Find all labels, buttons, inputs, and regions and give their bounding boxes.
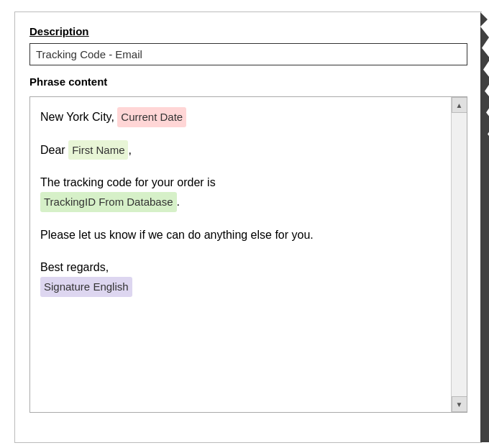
para2-prefix: Dear: [40, 144, 65, 156]
para2-suffix: ,: [128, 144, 131, 156]
main-panel: Description Phrase content New York City…: [14, 12, 482, 443]
trackingid-token: TrackingID From Database: [40, 192, 177, 212]
scroll-down-button[interactable]: ▼: [452, 396, 467, 412]
para3-suffix: .: [177, 196, 180, 208]
scroll-up-button[interactable]: ▲: [452, 97, 467, 113]
scrollbar[interactable]: ▲ ▼: [451, 97, 467, 412]
para5-line1: Best regards,: [40, 261, 109, 273]
phrase-para-5: Best regards, Signature English: [40, 257, 438, 297]
para4-text: Please let us know if we can do anything…: [40, 229, 314, 241]
phrase-para-1: New York City, Current Date: [40, 107, 438, 127]
phrase-para-2: Dear First Name,: [40, 140, 438, 160]
description-input[interactable]: [29, 43, 467, 65]
phrase-content-box: New York City, Current Date Dear First N…: [29, 96, 467, 413]
signature-token: Signature English: [40, 277, 132, 297]
para3-prefix: The tracking code for your order is: [40, 176, 216, 188]
phrase-para-3: The tracking code for your order is Trac…: [40, 173, 438, 212]
phrase-para-4: Please let us know if we can do anything…: [40, 225, 438, 244]
phrase-content-label: Phrase content: [29, 76, 467, 88]
description-label: Description: [29, 25, 467, 37]
para1-prefix: New York City,: [40, 111, 114, 123]
first-name-token: First Name: [68, 140, 128, 160]
current-date-token: Current Date: [117, 107, 186, 127]
torn-edge-decoration: [480, 12, 489, 442]
